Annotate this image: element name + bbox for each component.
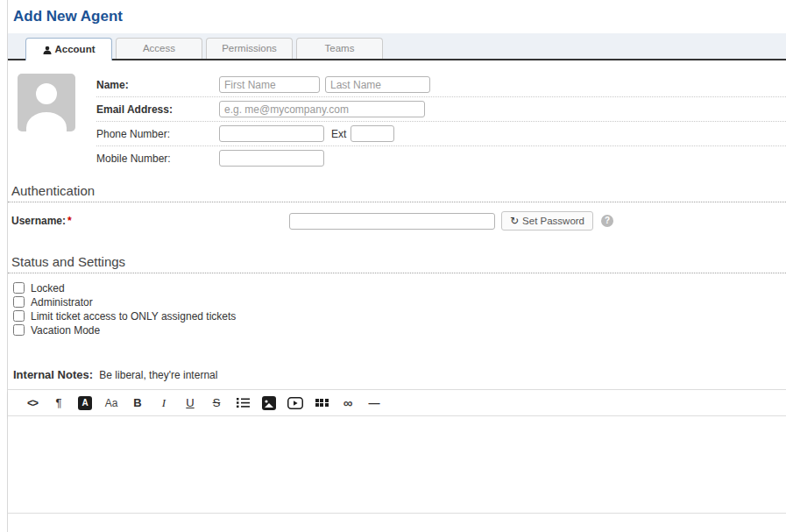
avatar (18, 74, 75, 131)
mobile-input[interactable] (219, 150, 324, 167)
set-password-label: Set Password (522, 216, 584, 226)
strikethrough-icon[interactable]: S (203, 392, 230, 415)
administrator-row: Administrator (13, 295, 786, 309)
limit-ticket-access-row: Limit ticket access to ONLY assigned tic… (13, 309, 786, 323)
underline-icon[interactable]: U (177, 392, 203, 415)
page-title: Add New Agent (8, 0, 786, 33)
source-code-icon[interactable]: <> (19, 392, 46, 415)
ext-label: Ext (331, 128, 346, 140)
tab-account-label: Account (55, 44, 96, 54)
bullet-list-icon[interactable] (230, 392, 256, 415)
locked-checkbox[interactable] (13, 282, 25, 294)
internal-notes-label: Internal Notes: (13, 368, 93, 381)
tab-teams[interactable]: Teams (296, 38, 383, 59)
tab-teams-label: Teams (325, 43, 355, 53)
phone-label: Phone Number: (96, 128, 219, 140)
authentication-heading: Authentication (8, 170, 786, 202)
status-settings-heading: Status and Settings (8, 241, 786, 273)
tab-access-label: Access (143, 43, 175, 53)
username-label: Username:* (11, 215, 289, 227)
insert-video-icon[interactable] (282, 392, 308, 415)
avatar-head (36, 83, 57, 104)
add-agent-page: Add New Agent Account Access Permissions… (7, 0, 786, 532)
insert-table-icon[interactable] (308, 392, 335, 415)
insert-link-icon[interactable]: ∞ (335, 392, 361, 415)
email-label: Email Address: (96, 103, 219, 116)
tab-bar: Account Access Permissions Teams (8, 33, 786, 60)
tab-permissions[interactable]: Permissions (206, 38, 293, 59)
username-row: Username:* ↻Set Password ? (8, 202, 786, 241)
internal-notes-line: Internal Notes: Be liberal, they're inte… (13, 368, 786, 381)
required-marker: * (67, 215, 72, 227)
limit-ticket-access-checkbox[interactable] (13, 310, 25, 322)
limit-ticket-access-label: Limit ticket access to ONLY assigned tic… (31, 310, 236, 323)
refresh-icon: ↻ (510, 215, 519, 227)
vacation-mode-row: Vacation Mode (13, 323, 786, 337)
locked-label: Locked (31, 282, 65, 294)
vacation-mode-label: Vacation Mode (31, 324, 100, 337)
mobile-label: Mobile Number: (96, 153, 219, 165)
internal-notes-hint: Be liberal, they're internal (99, 369, 217, 381)
first-name-input[interactable] (219, 76, 320, 93)
mobile-row: Mobile Number: (96, 146, 786, 170)
account-fields: Name: Email Address: Phone Number: Ext M… (96, 73, 786, 170)
avatar-torso (26, 112, 67, 131)
locked-row: Locked (13, 281, 786, 294)
phone-input[interactable] (219, 125, 324, 142)
name-label: Name: (96, 79, 219, 91)
person-icon (43, 40, 52, 61)
last-name-input[interactable] (325, 76, 430, 93)
ext-input[interactable] (351, 125, 394, 142)
administrator-checkbox[interactable] (13, 296, 25, 308)
email-input[interactable] (219, 101, 425, 117)
name-row: Name: (96, 73, 786, 97)
tab-access[interactable]: Access (116, 38, 202, 59)
status-settings-options: Locked Administrator Limit ticket access… (8, 273, 786, 337)
footer-actions: Create Reset Cancel (8, 514, 786, 532)
vacation-mode-checkbox[interactable] (13, 324, 25, 336)
internal-notes-editor[interactable] (8, 416, 786, 514)
administrator-label: Administrator (31, 296, 93, 309)
set-password-button[interactable]: ↻Set Password (501, 211, 593, 231)
email-row: Email Address: (96, 97, 786, 122)
phone-row: Phone Number: Ext (96, 122, 786, 146)
insert-image-icon[interactable] (256, 392, 282, 415)
bold-icon[interactable]: B (124, 392, 151, 415)
italic-icon[interactable]: I (151, 392, 177, 415)
username-input[interactable] (289, 213, 495, 230)
text-style-icon[interactable]: A (72, 392, 98, 415)
editor-toolbar: <> ¶ A Aa B I U S ∞ — (8, 389, 786, 416)
font-case-icon[interactable]: Aa (98, 392, 124, 415)
horizontal-rule-icon[interactable]: — (361, 392, 387, 415)
help-icon[interactable]: ? (601, 215, 613, 227)
tab-account[interactable]: Account (25, 38, 112, 60)
paragraph-format-icon[interactable]: ¶ (46, 392, 72, 415)
tab-permissions-label: Permissions (222, 43, 277, 53)
